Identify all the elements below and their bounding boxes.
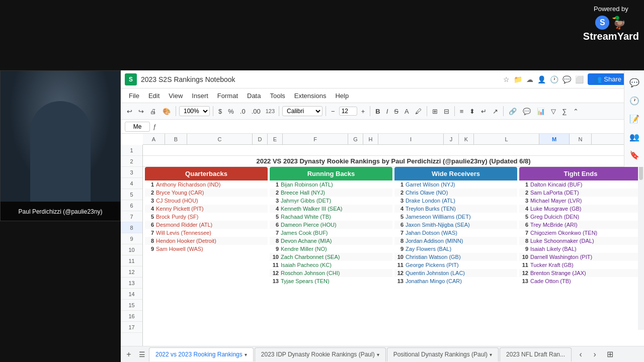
tab-next-button[interactable]: › xyxy=(589,348,601,360)
font-size-input[interactable] xyxy=(339,107,357,116)
tab-nfl-draft[interactable]: 2023 NFL Draft Ran... xyxy=(500,347,572,361)
filter-button[interactable]: ▽ xyxy=(549,107,558,116)
col-K[interactable]: K xyxy=(459,134,474,144)
row-11[interactable]: 11 xyxy=(121,255,142,266)
comment-icon[interactable]: 💬 xyxy=(562,75,571,83)
row-6[interactable]: 6 xyxy=(121,200,142,211)
view-icon[interactable]: ⬜ xyxy=(575,75,584,83)
row-12[interactable]: 12 xyxy=(121,266,142,278)
decimal-increase-button[interactable]: .00 xyxy=(250,107,263,116)
col-C[interactable]: C xyxy=(187,134,253,144)
sheets-document-title[interactable]: 2023 S2S Rankings Notebook xyxy=(141,75,499,83)
col-F[interactable]: F xyxy=(283,134,348,144)
redo-button[interactable]: ↪ xyxy=(136,107,146,116)
rotate-button[interactable]: ↗ xyxy=(491,107,500,116)
menu-insert[interactable]: Insert xyxy=(188,91,212,101)
history-icon[interactable]: 🕐 xyxy=(550,75,558,83)
print-button[interactable]: 🖨 xyxy=(148,107,158,116)
toolbar-expand-button[interactable]: ⌃ xyxy=(571,107,581,116)
row-9[interactable]: 9 xyxy=(121,233,142,244)
add-sheet-button[interactable]: + xyxy=(123,348,135,360)
tab-positional-rankings[interactable]: Positional Dynasty Rankings (Paul) ▾ xyxy=(387,347,499,361)
col-D[interactable]: D xyxy=(253,134,268,144)
wrap-button[interactable]: ↵ xyxy=(479,107,489,116)
valign-button[interactable]: ⬍ xyxy=(467,107,477,116)
sidebar-history-icon[interactable]: 🕐 xyxy=(626,93,642,109)
font-size-increase-button[interactable]: + xyxy=(359,107,367,116)
row-1[interactable]: 1 xyxy=(121,145,142,156)
vertical-scrollbar[interactable] xyxy=(638,145,644,330)
paint-format-button[interactable]: 🎨 xyxy=(160,107,173,116)
borders-button[interactable]: ⊞ xyxy=(430,107,440,116)
wr-player-8: 8 Jordan Addison (MINN) xyxy=(394,237,517,245)
col-E[interactable]: E xyxy=(268,134,283,144)
sidebar-chat-icon[interactable]: 💬 xyxy=(626,74,642,90)
strikethrough-button[interactable]: S xyxy=(392,107,400,116)
undo-button[interactable]: ↩ xyxy=(125,107,134,116)
row-14[interactable]: 14 xyxy=(121,289,142,300)
rankings-title-row: 2022 VS 2023 Dynasty Rookie Rankings by … xyxy=(143,156,644,167)
row-10[interactable]: 10 xyxy=(121,244,142,255)
col-A[interactable]: A xyxy=(143,134,165,144)
zoom-selector[interactable]: 100% xyxy=(179,106,210,116)
menu-view[interactable]: View xyxy=(165,91,187,101)
menu-help[interactable]: Help xyxy=(331,91,353,101)
row-8[interactable]: 8 xyxy=(121,222,142,233)
menu-format[interactable]: Format xyxy=(213,91,242,101)
col-G[interactable]: G xyxy=(348,134,363,144)
menu-file[interactable]: File xyxy=(125,91,143,101)
toolbar: ↩ ↪ 🖨 🎨 100% $ % .0 .00 123 Calibri − + … xyxy=(121,103,644,120)
row-5[interactable]: 5 xyxy=(121,189,142,200)
menu-data[interactable]: Data xyxy=(243,91,265,101)
sidebar-people-icon[interactable]: 👥 xyxy=(626,129,642,145)
align-button[interactable]: ≡ xyxy=(458,107,466,116)
folder-icon[interactable]: 📁 xyxy=(514,75,522,83)
text-color-button[interactable]: A xyxy=(403,107,411,116)
cloud-icon[interactable]: ☁ xyxy=(526,75,533,83)
currency-button[interactable]: $ xyxy=(216,107,224,116)
cell-reference-input[interactable] xyxy=(125,122,150,132)
row-13[interactable]: 13 xyxy=(121,278,142,289)
percent-button[interactable]: % xyxy=(226,107,236,116)
sidebar-bookmark-icon[interactable]: 🔖 xyxy=(626,147,642,163)
star-icon[interactable]: ☆ xyxy=(503,75,510,83)
col-M[interactable]: M xyxy=(539,134,570,144)
chart-button[interactable]: 📊 xyxy=(535,107,547,116)
merge-button[interactable]: ⊟ xyxy=(442,107,451,116)
menu-extensions[interactable]: Extensions xyxy=(290,91,331,101)
formula-input[interactable] xyxy=(159,123,640,130)
functions-button[interactable]: ∑ xyxy=(560,107,569,116)
font-selector[interactable]: Calibri xyxy=(282,106,323,116)
row-15[interactable]: 15 xyxy=(121,300,142,311)
row-3[interactable]: 3 xyxy=(121,167,142,178)
tab-idp-rankings[interactable]: 2023 IDP Dynasty Rookie Rankings (Paul) … xyxy=(255,347,386,361)
highlight-button[interactable]: 🖊 xyxy=(413,107,424,116)
sidebar-comment-icon[interactable]: 📝 xyxy=(626,111,642,127)
italic-button[interactable]: I xyxy=(384,107,390,116)
link-button[interactable]: 🔗 xyxy=(507,107,519,116)
col-N[interactable]: N xyxy=(570,134,592,144)
row-2[interactable]: 2 xyxy=(121,156,142,167)
row-7[interactable]: 7 xyxy=(121,211,142,222)
sheet-menu-button[interactable]: ☰ xyxy=(136,348,148,360)
col-H[interactable]: H xyxy=(363,134,378,144)
spreadsheet-area: A B C D E F G H I J K L M N 1 2 3 4 5 6 … xyxy=(121,134,644,346)
tab-2022-rankings[interactable]: 2022 vs 2023 Rooking Rankings ▾ xyxy=(149,347,254,361)
font-size-decrease-button[interactable]: − xyxy=(329,107,337,116)
bold-button[interactable]: B xyxy=(373,107,382,116)
row-16[interactable]: 16 xyxy=(121,311,142,322)
decimal-decrease-button[interactable]: .0 xyxy=(238,107,248,116)
share-button[interactable]: 👥 Share xyxy=(588,73,627,85)
col-L[interactable]: L xyxy=(474,134,539,144)
sheets-expand-button[interactable]: ⊞ xyxy=(604,348,616,360)
user-avatar-icon[interactable]: 👤 xyxy=(537,75,546,83)
row-17[interactable]: 17 xyxy=(121,322,142,333)
menu-tools[interactable]: Tools xyxy=(266,91,289,101)
col-I[interactable]: I xyxy=(378,134,444,144)
menu-edit[interactable]: Edit xyxy=(144,91,164,101)
comment-add-button[interactable]: 💬 xyxy=(521,107,533,116)
row-4[interactable]: 4 xyxy=(121,178,142,189)
col-J[interactable]: J xyxy=(444,134,459,144)
tab-prev-button[interactable]: ‹ xyxy=(575,348,587,360)
col-B[interactable]: B xyxy=(165,134,187,144)
